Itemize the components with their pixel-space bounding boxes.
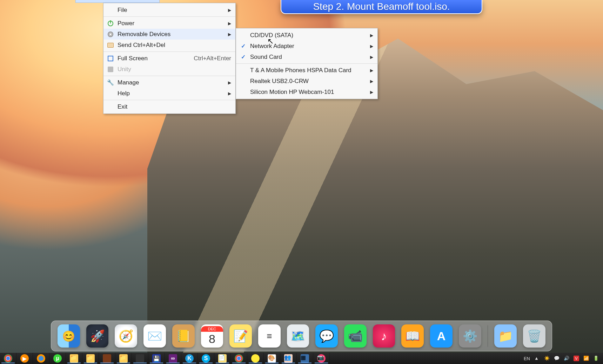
chevron-right-icon: ▶ [370,79,373,84]
dock-trash-icon[interactable]: 🗑️ [523,324,545,348]
macos-dock: 😊 🚀 🧭 ✉️ 📒 DEC 8 📝 ≡ 🗺️ 💬 📹 ♪ 📖 A ⚙️ 📁 🗑… [51,321,552,351]
dock-launchpad-icon[interactable]: 🚀 [86,324,109,348]
chevron-right-icon: ▶ [228,8,231,13]
menu-help-label: Help [118,90,130,97]
taskbar-mediaplayer-icon[interactable]: ▶ [16,353,33,364]
menu-fullscreen-shortcut: Ctrl+Alt+Enter [194,55,231,62]
taskbar-game-icon[interactable] [99,353,115,364]
taskbar-kmplayer-icon[interactable]: K [181,353,198,364]
taskbar-vlc-icon[interactable] [132,353,148,364]
calendar-month: DEC [201,326,223,332]
dock-contacts-icon[interactable]: 📒 [172,324,195,348]
dock-finder-icon[interactable]: 😊 [58,324,80,348]
vmware-devices-submenu: CD/DVD (SATA) ▶ ✓ Network Adapter ▶ ✓ So… [236,28,378,99]
taskbar-vmware-icon[interactable]: ▦ [297,353,313,364]
dock-mail-icon[interactable]: ✉️ [143,324,166,348]
menu-unity: Unity [103,64,235,75]
taskbar-explorer1-icon[interactable]: 📁 [66,353,82,364]
tray-up-icon[interactable]: ▲ [534,356,540,361]
submenu-webcam[interactable]: Silicon Motion HP Webcam-101 ▶ [236,87,377,97]
dock-facetime-icon[interactable]: 📹 [344,324,367,348]
submenu-hspa-label: T & A Mobile Phones HSPA Data Card [250,67,351,74]
taskbar-floppy-icon[interactable]: 💾 [148,353,165,364]
submenu-netadapter-label: Network Adapter [250,43,294,50]
menu-separator [103,100,235,100]
dock-appstore-icon[interactable]: A [430,324,453,348]
taskbar-users-icon[interactable]: 👥 [280,353,297,364]
menu-exit-label: Exit [118,103,127,110]
calendar-day: 8 [209,332,215,346]
tray-network-icon[interactable]: 📶 [583,356,589,361]
taskbar-explorer3-icon[interactable]: 📁 [115,353,132,364]
menu-manage[interactable]: 🔧 Manage ▶ [103,77,235,88]
instruction-text: Step 2. Mount Beamoff tool.iso. [313,1,450,12]
dock-messages-icon[interactable]: 💬 [315,324,338,348]
taskbar-paint-icon[interactable]: 🎨 [264,353,280,364]
dock-safari-icon[interactable]: 🧭 [115,324,137,348]
taskbar-utorrent-icon[interactable]: µ [49,353,66,364]
taskbar-document-icon[interactable]: 📄 [214,353,231,364]
submenu-realtek-label: Realtek USB2.0-CRW [250,78,309,85]
taskbar-visualstudio-icon[interactable]: ∞ [165,353,181,364]
menu-separator [236,63,377,64]
tray-battery-icon[interactable]: 🔋 [593,356,599,361]
chevron-right-icon: ▶ [370,68,373,73]
menu-fullscreen[interactable]: Full Screen Ctrl+Alt+Enter [103,53,235,64]
submenu-network-adapter[interactable]: ✓ Network Adapter ▶ [236,41,377,51]
taskbar-explorer2-icon[interactable]: 📁 [82,353,99,364]
check-icon: ✓ [241,54,246,60]
taskbar-chrome-icon[interactable] [0,353,16,364]
taskbar-firefox-icon[interactable] [33,353,49,364]
dock-downloads-icon[interactable]: 📁 [494,324,517,348]
tray-sun-icon[interactable]: ☀️ [544,356,550,361]
taskbar-camera-icon[interactable]: 📷 [313,353,330,364]
submenu-cddvd[interactable]: CD/DVD (SATA) ▶ [236,30,377,41]
dock-sysprefs-icon[interactable]: ⚙️ [459,324,481,348]
tray-sound-icon[interactable]: 🔊 [564,356,569,361]
instruction-tooltip: Step 2. Mount Beamoff tool.iso. [281,0,482,14]
menu-separator [103,51,235,52]
menu-send-label: Send Ctrl+Alt+Del [118,42,165,49]
menu-removable-label: Removable Devices [118,31,170,38]
windows-taskbar: ▶ µ 📁 📁 📁 💾 ∞ K S 📄 🎨 👥 ▦ 📷 EN ▲ ☀️ 💬 🔊 … [0,353,603,364]
dock-calendar-icon[interactable]: DEC 8 [201,324,223,348]
taskbar-tray: EN ▲ ☀️ 💬 🔊 V 📶 🔋 [520,353,603,364]
taskbar-skype-icon[interactable]: S [198,353,214,364]
taskbar-chrome2-icon[interactable] [231,353,247,364]
chevron-right-icon: ▶ [228,80,231,85]
submenu-cddvd-label: CD/DVD (SATA) [250,32,293,39]
menu-fullscreen-label: Full Screen [118,55,148,62]
submenu-hspa-card[interactable]: T & A Mobile Phones HSPA Data Card ▶ [236,65,377,76]
dock-itunes-icon[interactable]: ♪ [373,324,395,348]
tray-chat-icon[interactable]: 💬 [554,356,560,361]
submenu-realtek[interactable]: Realtek USB2.0-CRW ▶ [236,76,377,87]
taskbar-apps: ▶ µ 📁 📁 📁 💾 ∞ K S 📄 🎨 👥 ▦ 📷 [0,353,330,364]
menu-removable-devices[interactable]: Removable Devices ▶ [103,29,235,40]
tray-language[interactable]: EN [524,356,530,361]
submenu-webcam-label: Silicon Motion HP Webcam-101 [250,89,334,96]
menu-manage-label: Manage [118,79,139,86]
taskbar-sticky-icon[interactable] [247,353,264,364]
chevron-right-icon: ▶ [228,21,231,26]
chevron-right-icon: ▶ [228,91,231,96]
menu-send-ctrl-alt-del[interactable]: Send Ctrl+Alt+Del [103,40,235,50]
wrench-icon: 🔧 [107,79,114,86]
menu-file[interactable]: File ▶ [103,5,235,15]
vm-toolbar-remnant [75,0,160,3]
menu-power[interactable]: Power ▶ [103,18,235,29]
dock-ibooks-icon[interactable]: 📖 [401,324,424,348]
menu-separator [103,16,235,17]
keyboard-icon [107,42,114,49]
dock-maps-icon[interactable]: 🗺️ [287,324,309,348]
submenu-sound-card[interactable]: ✓ Sound Card ▶ [236,51,377,62]
menu-unity-label: Unity [118,66,131,73]
vmware-main-menu: File ▶ Power ▶ Removable Devices ▶ Send … [103,3,236,114]
unity-icon [107,66,114,73]
tray-shield-icon[interactable]: V [574,356,579,361]
dock-notes-icon[interactable]: 📝 [229,324,252,348]
menu-separator [103,76,235,76]
dock-reminders-icon[interactable]: ≡ [258,324,281,348]
fullscreen-icon [107,55,114,62]
menu-help[interactable]: Help ▶ [103,88,235,99]
menu-exit[interactable]: Exit [103,101,235,112]
